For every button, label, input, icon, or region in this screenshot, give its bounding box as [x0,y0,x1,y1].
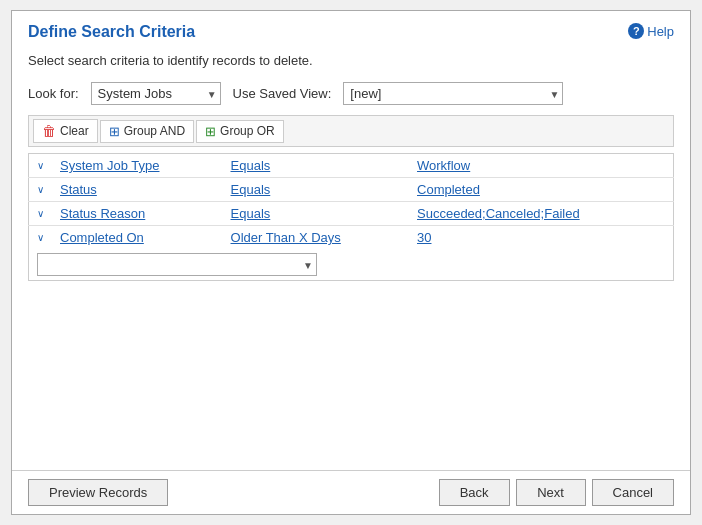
row-value-1[interactable]: Completed [409,178,673,202]
cancel-button[interactable]: Cancel [592,479,674,506]
help-label: Help [647,24,674,39]
row-field-1[interactable]: Status [52,178,223,202]
clear-button[interactable]: 🗑 Clear [33,119,98,143]
row-operator-0[interactable]: Equals [223,154,410,178]
criteria-table: ∨ System Job Type Equals Workflow ∨ Stat… [28,153,674,281]
dialog-header: Define Search Criteria ? Help [12,11,690,47]
define-search-dialog: Define Search Criteria ? Help Select sea… [11,10,691,515]
lookfor-wrapper: System Jobs ▼ [91,82,221,105]
table-row: ∨ Status Equals Completed [29,178,674,202]
lookfor-label: Look for: [28,86,79,101]
saveview-select[interactable]: [new] [343,82,563,105]
saveview-label: Use Saved View: [233,86,332,101]
row-value-3[interactable]: 30 [409,226,673,250]
new-row-cell: ▼ [29,249,674,281]
group-and-icon: ⊞ [109,124,120,139]
row-chevron-3[interactable]: ∨ [29,226,53,250]
help-icon: ? [628,23,644,39]
row-chevron-2[interactable]: ∨ [29,202,53,226]
new-criteria-select[interactable] [37,253,317,276]
lookup-row: Look for: System Jobs ▼ Use Saved View: … [28,82,674,105]
row-operator-3[interactable]: Older Than X Days [223,226,410,250]
group-and-label: Group AND [124,124,185,138]
row-value-2[interactable]: Succeeded;Canceled;Failed [409,202,673,226]
table-row: ∨ System Job Type Equals Workflow [29,154,674,178]
group-or-label: Group OR [220,124,275,138]
row-operator-2[interactable]: Equals [223,202,410,226]
row-field-3[interactable]: Completed On [52,226,223,250]
back-button[interactable]: Back [439,479,510,506]
lookfor-select[interactable]: System Jobs [91,82,221,105]
preview-records-button[interactable]: Preview Records [28,479,168,506]
group-or-icon: ⊞ [205,124,216,139]
row-value-0[interactable]: Workflow [409,154,673,178]
dialog-footer: Preview Records Back Next Cancel [12,470,690,514]
group-or-button[interactable]: ⊞ Group OR [196,120,284,143]
dialog-body: Look for: System Jobs ▼ Use Saved View: … [12,78,690,470]
new-row-wrapper: ▼ [37,253,317,276]
footer-right-buttons: Back Next Cancel [439,479,674,506]
new-criteria-row: ▼ [29,249,674,281]
clear-icon: 🗑 [42,123,56,139]
criteria-toolbar: 🗑 Clear ⊞ Group AND ⊞ Group OR [28,115,674,147]
table-row: ∨ Status Reason Equals Succeeded;Cancele… [29,202,674,226]
saveview-wrapper: [new] ▼ [343,82,563,105]
group-and-button[interactable]: ⊞ Group AND [100,120,194,143]
row-field-2[interactable]: Status Reason [52,202,223,226]
dialog-title: Define Search Criteria [28,23,195,41]
row-chevron-0[interactable]: ∨ [29,154,53,178]
row-field-0[interactable]: System Job Type [52,154,223,178]
next-button[interactable]: Next [516,479,586,506]
row-operator-1[interactable]: Equals [223,178,410,202]
help-link[interactable]: ? Help [628,23,674,39]
clear-label: Clear [60,124,89,138]
table-row: ∨ Completed On Older Than X Days 30 [29,226,674,250]
dialog-subtitle: Select search criteria to identify recor… [12,47,690,78]
row-chevron-1[interactable]: ∨ [29,178,53,202]
